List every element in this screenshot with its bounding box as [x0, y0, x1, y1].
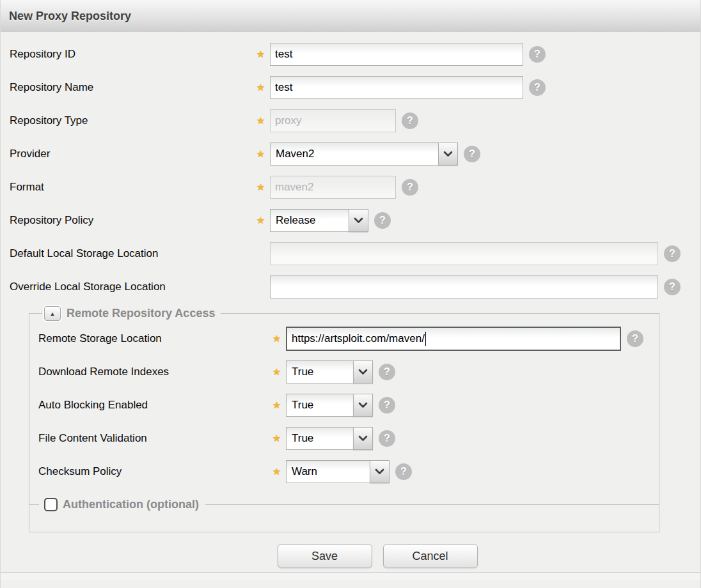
- download-remote-indexes-value[interactable]: True: [286, 360, 354, 383]
- checksum-policy-value[interactable]: Warn: [286, 460, 370, 483]
- help-icon[interactable]: ?: [627, 330, 643, 347]
- repository-policy-value[interactable]: Release: [270, 209, 349, 232]
- help-icon[interactable]: ?: [402, 179, 418, 196]
- repository-policy-dropdown-trigger[interactable]: [349, 209, 368, 232]
- required-star-icon: ★: [267, 433, 286, 444]
- repository-type-row: Repository Type ★ ?: [10, 104, 700, 137]
- chevron-down-icon: [358, 435, 368, 442]
- divider: [205, 504, 659, 505]
- help-icon[interactable]: ?: [529, 46, 546, 63]
- file-content-validation-value[interactable]: True: [286, 427, 354, 450]
- repository-name-input[interactable]: [270, 76, 523, 99]
- repository-id-input[interactable]: [270, 43, 523, 66]
- required-star-icon: ★: [251, 182, 270, 193]
- remote-storage-location-label: Remote Storage Location: [38, 332, 267, 345]
- remote-storage-location-value: https://artsploit.com/maven/: [292, 332, 425, 345]
- required-star-icon: ★: [267, 366, 286, 378]
- panel-bottom-edge: [1, 572, 700, 580]
- auto-blocking-enabled-value[interactable]: True: [286, 394, 354, 417]
- auto-blocking-enabled-row: Auto Blocking Enabled ★ True ?: [38, 389, 659, 422]
- provider-value[interactable]: Maven2: [270, 143, 439, 166]
- required-star-icon: ★: [251, 49, 270, 60]
- chevron-down-icon: [358, 402, 368, 408]
- save-button[interactable]: Save: [278, 544, 372, 568]
- required-star-icon: ★: [267, 399, 286, 411]
- text-cursor: [425, 332, 426, 346]
- repository-policy-row: Repository Policy ★ Release ?: [10, 204, 700, 237]
- help-icon[interactable]: ?: [529, 79, 546, 96]
- format-row: Format ★ ?: [10, 171, 700, 204]
- provider-label: Provider: [10, 148, 251, 160]
- repository-id-row: Repository ID ★ ?: [10, 38, 700, 71]
- chevron-up-icon: ▲: [50, 311, 56, 317]
- repository-name-label: Repository Name: [10, 81, 251, 94]
- required-star-icon: ★: [251, 115, 270, 127]
- download-remote-indexes-row: Download Remote Indexes ★ True ?: [38, 355, 659, 389]
- cancel-button[interactable]: Cancel: [383, 544, 478, 568]
- chevron-down-icon: [354, 217, 363, 224]
- required-star-icon: ★: [251, 148, 270, 160]
- file-content-validation-combo[interactable]: True: [286, 427, 373, 450]
- auto-blocking-enabled-dropdown-trigger[interactable]: [353, 394, 373, 417]
- override-local-storage-input[interactable]: [270, 275, 658, 298]
- new-proxy-repository-form: Repository ID ★ ? Repository Name ★ ? Re…: [1, 32, 700, 532]
- download-remote-indexes-dropdown-trigger[interactable]: [353, 360, 373, 383]
- help-icon[interactable]: ?: [395, 463, 412, 480]
- remote-repository-access-body: Remote Storage Location ★ https://artspl…: [38, 322, 659, 514]
- file-content-validation-dropdown-trigger[interactable]: [353, 427, 373, 450]
- default-local-storage-row: Default Local Storage Location ?: [10, 237, 700, 270]
- help-icon[interactable]: ?: [379, 397, 395, 414]
- auto-blocking-enabled-label: Auto Blocking Enabled: [38, 399, 267, 412]
- remote-repository-access-title: Remote Repository Access: [67, 307, 215, 320]
- required-star-icon: ★: [267, 466, 286, 477]
- repository-policy-label: Repository Policy: [10, 214, 251, 227]
- chevron-down-icon: [443, 151, 453, 157]
- help-icon[interactable]: ?: [374, 212, 391, 229]
- provider-row: Provider ★ Maven2 ?: [10, 137, 700, 171]
- file-content-validation-row: File Content Validation ★ True ?: [38, 422, 659, 455]
- required-star-icon: ★: [267, 333, 286, 344]
- default-local-storage-label: Default Local Storage Location: [10, 247, 251, 260]
- chevron-down-icon: [358, 369, 368, 375]
- repository-name-row: Repository Name ★ ?: [10, 71, 700, 104]
- download-remote-indexes-combo[interactable]: True: [286, 360, 373, 383]
- auto-blocking-enabled-combo[interactable]: True: [286, 394, 373, 417]
- help-icon[interactable]: ?: [379, 364, 395, 380]
- collapse-section-button[interactable]: ▲: [44, 306, 61, 321]
- help-icon[interactable]: ?: [664, 245, 681, 262]
- provider-dropdown-trigger[interactable]: [438, 143, 458, 166]
- authentication-title: Authentication (optional): [63, 498, 205, 511]
- file-content-validation-label: File Content Validation: [38, 432, 267, 445]
- repository-id-label: Repository ID: [10, 48, 251, 61]
- page-title: New Proxy Repository: [9, 10, 131, 23]
- help-icon[interactable]: ?: [464, 146, 480, 162]
- format-input: [270, 176, 396, 199]
- help-icon[interactable]: ?: [379, 430, 395, 447]
- override-local-storage-label: Override Local Storage Location: [10, 281, 251, 293]
- remote-repository-access-legend: ▲ Remote Repository Access: [42, 306, 221, 321]
- default-local-storage-input: [270, 242, 658, 265]
- required-star-icon: ★: [251, 215, 270, 226]
- checksum-policy-dropdown-trigger[interactable]: [370, 460, 390, 483]
- remote-storage-location-row: Remote Storage Location ★ https://artspl…: [38, 322, 659, 355]
- form-footer: Save Cancel: [1, 532, 700, 569]
- authentication-section-header: Authentication (optional): [29, 495, 659, 514]
- download-remote-indexes-label: Download Remote Indexes: [38, 366, 267, 378]
- help-icon[interactable]: ?: [402, 112, 418, 129]
- chevron-down-icon: [375, 468, 384, 475]
- panel-title-bar: New Proxy Repository: [1, 0, 700, 32]
- divider: [29, 504, 39, 505]
- checksum-policy-label: Checksum Policy: [38, 465, 267, 478]
- remote-storage-location-input[interactable]: https://artsploit.com/maven/: [286, 327, 621, 351]
- checksum-policy-row: Checksum Policy ★ Warn ?: [38, 455, 659, 488]
- override-local-storage-row: Override Local Storage Location ?: [10, 270, 700, 304]
- repository-type-input: [270, 109, 396, 132]
- checksum-policy-combo[interactable]: Warn: [286, 460, 390, 483]
- provider-combo[interactable]: Maven2: [270, 143, 458, 166]
- repository-policy-combo[interactable]: Release: [270, 209, 368, 232]
- help-icon[interactable]: ?: [664, 279, 681, 295]
- format-label: Format: [10, 181, 251, 194]
- required-star-icon: ★: [251, 82, 270, 93]
- authentication-checkbox[interactable]: [44, 498, 58, 511]
- repository-type-label: Repository Type: [10, 114, 251, 127]
